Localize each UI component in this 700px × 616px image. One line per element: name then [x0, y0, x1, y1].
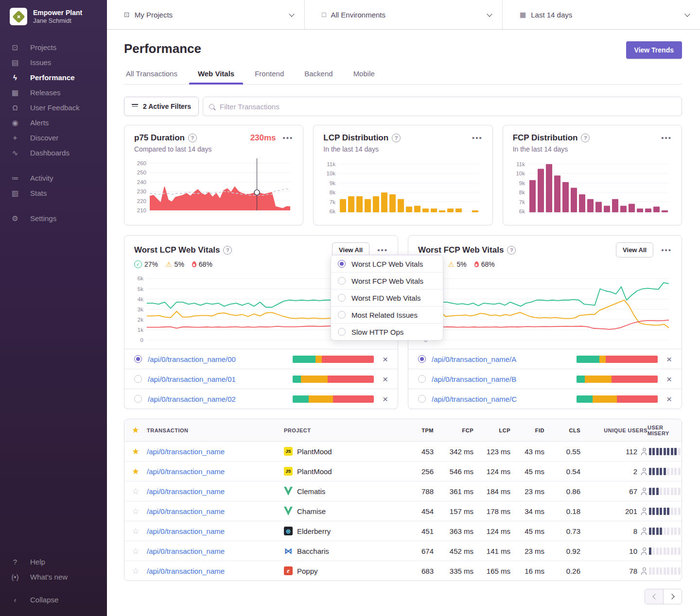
tab[interactable]: Backend: [302, 69, 334, 84]
dropdown-option[interactable]: Worst FID Web Vitals: [331, 289, 443, 306]
sidebar-item[interactable]: ▥ Stats: [0, 186, 107, 201]
view-all-button[interactable]: View All: [616, 242, 653, 257]
help-icon[interactable]: ?: [188, 134, 197, 142]
column-project[interactable]: PROJECT: [284, 428, 402, 433]
sidebar-item[interactable]: ▤ Issues: [0, 55, 107, 70]
card-menu-icon[interactable]: •••: [472, 136, 483, 140]
sidebar-footer-item[interactable]: (•) What's new: [0, 569, 107, 584]
search-icon: [209, 104, 214, 109]
tab[interactable]: All Transactions: [124, 69, 179, 84]
dropdown-option[interactable]: Most Related Issues: [331, 306, 443, 323]
sidebar-item[interactable]: [0, 201, 107, 211]
close-icon[interactable]: ×: [383, 355, 388, 364]
help-icon[interactable]: ?: [223, 246, 232, 255]
sidebar-item[interactable]: Ω User Feedback: [0, 100, 107, 115]
close-icon[interactable]: ×: [666, 394, 672, 404]
org-switcher[interactable]: Empower Plant Jane Schmidt: [0, 8, 107, 25]
transaction-radio[interactable]: [418, 375, 426, 383]
card-menu-icon[interactable]: •••: [661, 136, 672, 140]
star-toggle[interactable]: ☆: [124, 506, 147, 516]
svg-text:0: 0: [140, 337, 143, 343]
card-menu-icon[interactable]: •••: [661, 248, 672, 253]
view-trends-button[interactable]: View Trends: [626, 41, 682, 59]
topbar-selector[interactable]: ▦ Last 14 days: [503, 0, 700, 29]
sidebar-item[interactable]: ϟ Performance: [0, 70, 107, 85]
transaction-link[interactable]: /api/0/transaction_name: [147, 547, 284, 555]
transaction-link[interactable]: /api/0/transaction_name: [147, 487, 284, 496]
next-page-button[interactable]: [663, 589, 682, 604]
active-filters-button[interactable]: 2 Active Filters: [124, 97, 199, 116]
close-icon[interactable]: ×: [383, 394, 388, 404]
transaction-radio[interactable]: [418, 395, 426, 403]
tpm-value: 674: [402, 547, 434, 555]
topbar-selector-icon: □: [322, 11, 326, 18]
star-toggle[interactable]: ★: [124, 446, 147, 457]
column-unique-users[interactable]: UNIQUE USERS: [580, 428, 648, 433]
transaction-radio[interactable]: [134, 395, 142, 403]
close-icon[interactable]: ×: [383, 375, 388, 384]
transaction-link[interactable]: /api/0/transaction_name/C: [432, 395, 571, 403]
star-icon[interactable]: ★: [132, 426, 140, 435]
tab[interactable]: Mobile: [351, 69, 377, 84]
transaction-link[interactable]: /api/0/transaction_name/00: [148, 355, 287, 363]
column-fcp[interactable]: FCP: [434, 428, 473, 433]
transaction-link[interactable]: /api/0/transaction_name/01: [148, 375, 287, 383]
transaction-link[interactable]: /api/0/transaction_name/B: [432, 375, 571, 383]
transaction-radio[interactable]: [134, 375, 142, 383]
table-header: ★ TRANSACTION PROJECT TPM FCP LCP FID CL…: [124, 419, 682, 442]
topbar-selector[interactable]: ⊡ My Projects: [107, 0, 305, 29]
sidebar-item[interactable]: ⌖ Discover: [0, 130, 107, 145]
dropdown-option[interactable]: Worst LCP Web Vitals: [331, 255, 443, 272]
transaction-link[interactable]: /api/0/transaction_name/02: [148, 395, 287, 403]
dropdown-option[interactable]: Worst FCP Web Vitals: [331, 272, 443, 289]
dropdown-radio: [338, 277, 346, 285]
transaction-radio[interactable]: [418, 355, 426, 363]
star-toggle[interactable]: ☆: [124, 526, 147, 536]
star-toggle[interactable]: ★: [124, 466, 147, 477]
column-lcp[interactable]: LCP: [473, 428, 510, 433]
vital-stat-label: 5%: [175, 260, 184, 268]
sidebar-item[interactable]: ⊡ Projects: [0, 40, 107, 55]
sidebar-item[interactable]: ◉ Alerts: [0, 115, 107, 130]
column-fid[interactable]: FID: [510, 428, 544, 433]
worst-fcp-title: Worst FCP Web Vitals: [418, 245, 504, 255]
topbar: ⊡ My Projects □ All Environments ▦: [107, 0, 700, 30]
project-cell: e Poppy: [284, 566, 402, 575]
star-toggle[interactable]: ☆: [124, 566, 147, 576]
sidebar-item[interactable]: ▦ Releases: [0, 85, 107, 100]
topbar-selector[interactable]: □ All Environments: [305, 0, 503, 29]
sidebar-footer-item[interactable]: ? Help: [0, 554, 107, 569]
help-icon[interactable]: ?: [392, 134, 401, 142]
column-cls[interactable]: CLS: [544, 428, 580, 433]
star-toggle[interactable]: ☆: [124, 546, 147, 556]
tab[interactable]: Web Vitals: [196, 69, 236, 84]
dropdown-option[interactable]: Slow HTTP Ops: [331, 323, 443, 340]
sidebar-collapse[interactable]: ‹ Collapse: [0, 592, 107, 607]
help-icon[interactable]: ?: [581, 134, 590, 142]
transaction-link[interactable]: /api/0/transaction_name: [147, 447, 284, 456]
transaction-link[interactable]: /api/0/transaction_name: [147, 527, 284, 535]
card-menu-icon[interactable]: •••: [377, 248, 388, 253]
close-icon[interactable]: ×: [666, 375, 672, 384]
unique-users-value: 10: [629, 547, 637, 555]
sidebar-item[interactable]: [0, 160, 107, 171]
sidebar-item[interactable]: ≔ Activity: [0, 171, 107, 186]
transaction-link[interactable]: /api/0/transaction_name/A: [432, 355, 571, 363]
column-tpm[interactable]: TPM: [402, 428, 434, 433]
tab[interactable]: Frontend: [253, 69, 286, 84]
project-cell: ⊛ Elderberry: [284, 527, 402, 535]
card-menu-icon[interactable]: •••: [283, 136, 294, 140]
column-user-misery[interactable]: USER MISERY: [648, 425, 682, 436]
help-icon[interactable]: ?: [507, 246, 516, 255]
transaction-link[interactable]: /api/0/transaction_name: [147, 467, 284, 476]
star-toggle[interactable]: ☆: [124, 486, 147, 496]
sidebar-item[interactable]: ∿ Dashboards: [0, 145, 107, 160]
column-transaction[interactable]: TRANSACTION: [147, 428, 284, 433]
sidebar-item[interactable]: ⚙ Settings: [0, 211, 107, 226]
previous-page-button[interactable]: [645, 589, 664, 604]
transaction-link[interactable]: /api/0/transaction_name: [147, 507, 284, 515]
close-icon[interactable]: ×: [666, 355, 672, 364]
search-input[interactable]: [219, 102, 676, 111]
transaction-link[interactable]: /api/0/transaction_name: [147, 567, 284, 575]
transaction-radio[interactable]: [134, 355, 142, 363]
